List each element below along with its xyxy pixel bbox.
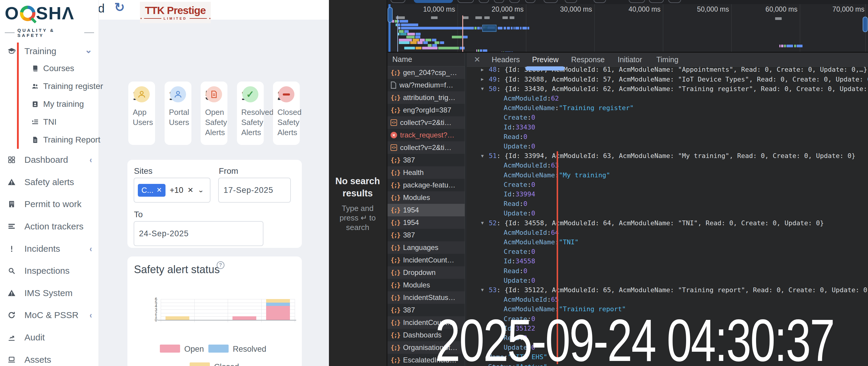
filter-pill-active[interactable] [414, 0, 453, 3]
filter-pill[interactable] [649, 0, 664, 3]
sidebar-item-dashboard[interactable]: Dashboard‹ [0, 149, 99, 171]
json-row[interactable]: AcmModuleName: "TNI" [467, 237, 868, 247]
sidebar-item-safety-alerts[interactable]: Safety alerts [0, 171, 99, 193]
json-row[interactable]: AcmModuleName: "Training register" [467, 103, 868, 113]
network-overview-timeline[interactable]: 10,000 ms20,000 ms30,000 ms40,000 ms50,0… [388, 4, 868, 53]
to-date-input[interactable]: 24-Sep-2025 [134, 221, 264, 246]
json-row[interactable]: Update: 0 [467, 275, 868, 285]
network-request-row[interactable]: {;}attribution_trig… [388, 91, 465, 104]
network-request-row[interactable]: {;}eng?orgId=387 [388, 104, 465, 117]
tab-timing[interactable]: Timing [656, 55, 678, 64]
filter-pill[interactable] [458, 0, 474, 3]
json-row[interactable]: Read: 0 [467, 132, 868, 141]
filter-pill[interactable] [565, 0, 577, 3]
json-row[interactable]: Id: 33994 [467, 189, 868, 199]
sidebar-item-training[interactable]: Training⌄ [0, 42, 99, 60]
json-row[interactable]: Id: 33430 [467, 122, 868, 132]
filter-pill[interactable] [509, 0, 520, 3]
sidebar-item-training-register[interactable]: Training register [0, 77, 99, 95]
from-date-input[interactable]: 17-Sep-2025 [218, 178, 291, 203]
json-row[interactable]: ▼51: {Id: 33994, AcmModuleId: 63, AcmMod… [467, 151, 868, 161]
filter-pill[interactable] [544, 0, 558, 3]
json-row[interactable]: Update: 0 [467, 141, 868, 151]
range-handle-left[interactable] [388, 7, 393, 23]
json-row[interactable]: Create: 0 [467, 180, 868, 189]
range-handle-right[interactable] [863, 16, 868, 32]
chevron-down-icon[interactable]: ⌄ [85, 45, 92, 55]
json-row[interactable]: Read: 0 [467, 199, 868, 209]
disclosure-triangle[interactable]: ▼ [481, 220, 489, 226]
json-row[interactable]: Read: 0 [467, 266, 868, 275]
network-request-row[interactable]: {;}Languages [388, 241, 465, 254]
help-icon[interactable]: ? [217, 261, 224, 269]
tab-headers[interactable]: Headers [492, 55, 520, 64]
network-request-row[interactable]: wa/?medium=f… [388, 79, 465, 91]
filter-pill[interactable] [629, 0, 645, 3]
refresh-icon[interactable]: ↻ [114, 0, 125, 14]
sidebar-item-assets[interactable]: Assets [0, 348, 99, 366]
disclosure-triangle[interactable]: ▶ [481, 67, 489, 72]
sidebar-item-training-report[interactable]: Training Report [0, 131, 99, 149]
json-row[interactable]: Update: 0 [467, 209, 868, 218]
network-request-row[interactable]: {;}package-featu… [388, 179, 465, 191]
sidebar-item-tni[interactable]: TNI [0, 113, 99, 131]
json-row[interactable]: AcmModuleId: 65 [467, 295, 868, 304]
json-row[interactable]: Create: 0 [467, 247, 868, 257]
json-row[interactable]: AcmModuleId: 62 [467, 93, 868, 103]
disclosure-triangle[interactable]: ▼ [481, 86, 489, 91]
network-request-row[interactable]: {;}1954 [388, 216, 465, 229]
sidebar-item-moc-pssr[interactable]: MoC & PSSR‹ [0, 304, 99, 326]
network-request-row[interactable]: ✕track_request?… [388, 129, 465, 141]
network-request-row[interactable]: {;}1954 [388, 204, 465, 216]
sidebar-item-courses[interactable]: Courses [0, 60, 99, 77]
network-request-row[interactable]: {;}gen_204?csp_… [388, 66, 465, 79]
json-row[interactable]: ▼52: {Id: 34558, AcmModuleId: 64, AcmMod… [467, 218, 868, 228]
tab-preview[interactable]: Preview [532, 55, 559, 64]
tab-response[interactable]: Response [571, 55, 605, 64]
network-request-row[interactable]: {;}Health [388, 166, 465, 179]
disclosure-triangle[interactable]: ▶ [481, 76, 489, 82]
chevron-left-icon[interactable]: ‹ [90, 244, 92, 254]
json-row[interactable]: AcmModuleId: 64 [467, 228, 868, 237]
network-request-row[interactable]: <>collect?v=2&ti… [388, 117, 465, 129]
json-row[interactable]: ▼50: {Id: 33430, AcmModuleId: 62, AcmMod… [467, 84, 868, 93]
network-request-row[interactable]: <>collect?v=2&ti… [388, 141, 465, 154]
json-row[interactable]: AcmModuleId: 63 [467, 161, 868, 170]
clear-sites-icon[interactable]: ✕ [188, 186, 193, 194]
filter-pill[interactable] [525, 0, 535, 3]
json-row[interactable]: AcmModuleName: "My training" [467, 170, 868, 180]
tab-initiator[interactable]: Initiator [618, 55, 642, 64]
json-row[interactable]: ▶49: {Id: 32688, AcmModuleId: 57, AcmMod… [467, 74, 868, 84]
chip-remove-icon[interactable]: ✕ [156, 186, 162, 194]
chevron-left-icon[interactable]: ‹ [90, 310, 92, 320]
sidebar-item-action-trackers[interactable]: Action trackers [0, 215, 99, 238]
network-request-row[interactable]: {;}Dropdown [388, 266, 465, 279]
filter-pill[interactable] [594, 0, 606, 3]
sidebar-item-my-training[interactable]: My training [0, 95, 99, 113]
network-request-row[interactable]: {;}IncidentStatus… [388, 291, 465, 304]
network-request-row[interactable]: {;}387 [388, 154, 465, 166]
sidebar-item-audit[interactable]: Audit [0, 326, 99, 349]
sidebar-item-incidents[interactable]: Incidents‹ [0, 237, 99, 260]
filter-pill[interactable] [668, 0, 681, 3]
close-icon[interactable]: ✕ [474, 55, 480, 64]
site-chip[interactable]: C... ✕ [138, 184, 165, 197]
sidebar-item-permit-to-work[interactable]: Permit to work [0, 193, 99, 215]
sidebar-item-ims-system[interactable]: IMS System [0, 282, 99, 304]
network-request-row[interactable]: {;}IncidentCount… [388, 254, 465, 266]
network-request-row[interactable]: {;}Modules [388, 279, 465, 291]
chevron-down-icon[interactable]: ⌄ [198, 187, 204, 194]
network-request-row[interactable]: {;}Modules [388, 191, 465, 204]
disclosure-triangle[interactable]: ▼ [481, 287, 489, 293]
sidebar-item-inspections[interactable]: Inspections [0, 260, 99, 282]
filter-pill[interactable] [494, 0, 504, 3]
filter-pill[interactable] [391, 0, 405, 3]
disclosure-triangle[interactable]: ▼ [481, 153, 489, 159]
json-row[interactable]: Create: 0 [467, 113, 868, 122]
sites-select[interactable]: C... ✕ +10 ✕ ⌄ [134, 178, 211, 203]
json-row[interactable]: Id: 34558 [467, 257, 868, 266]
name-column-header[interactable]: Name [388, 53, 465, 66]
chevron-left-icon[interactable]: ‹ [90, 155, 92, 165]
network-request-row[interactable]: {;}387 [388, 229, 465, 241]
json-row[interactable]: ▼53: {Id: 35122, AcmModuleId: 65, AcmMod… [467, 285, 868, 295]
